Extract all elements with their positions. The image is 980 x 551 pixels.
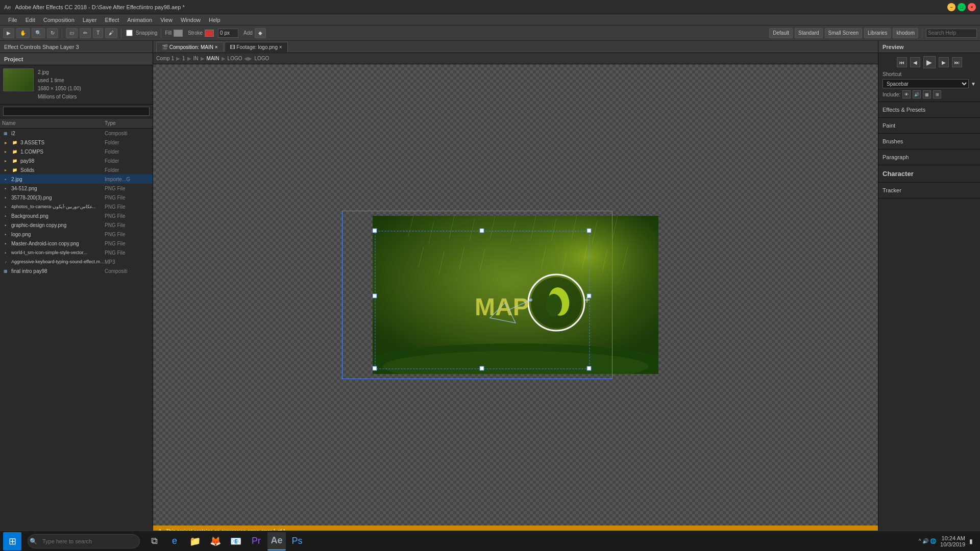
- svg-rect-37: [587, 294, 591, 298]
- stroke-width-input[interactable]: [218, 29, 238, 38]
- shortcut-select[interactable]: Spacebar: [883, 79, 969, 88]
- menu-help[interactable]: Help: [205, 14, 225, 26]
- transport-prev-frame[interactable]: ◀: [910, 57, 920, 67]
- close-button[interactable]: ×: [968, 3, 976, 11]
- include-audio[interactable]: 🔊: [913, 90, 921, 98]
- project-items-list: ▦ i2 Compositi ▸ 📁 3 ASSETS Folder ▸ 📁 1…: [0, 129, 153, 536]
- taskbar-aftereffects[interactable]: Ae: [267, 532, 286, 550]
- stroke-swatch[interactable]: [205, 30, 214, 37]
- project-search-input[interactable]: [3, 107, 150, 116]
- comp-icon: ▦: [2, 268, 9, 273]
- tab-composition-main[interactable]: 🎬 Composition: MAIN ×: [156, 42, 224, 52]
- project-item[interactable]: ▪ Master-Android-icon copy.png PNG File: [0, 239, 153, 248]
- libraries-button[interactable]: Libraries: [864, 28, 891, 38]
- menu-layer[interactable]: Layer: [79, 14, 101, 26]
- taskbar-search-container: 🔍: [24, 534, 140, 548]
- search-help-input[interactable]: [926, 29, 977, 38]
- bc-main[interactable]: MAIN: [207, 56, 219, 61]
- mp3-icon: ♪: [2, 259, 9, 264]
- tool-zoom[interactable]: 🔍: [32, 28, 45, 38]
- tracker-item[interactable]: Tracker: [883, 186, 976, 195]
- workspace-small[interactable]: Small Screen: [825, 28, 862, 38]
- project-item[interactable]: ▪ 35778-200(3).png PNG File: [0, 193, 153, 202]
- bc-in[interactable]: IN: [193, 56, 199, 61]
- add-button[interactable]: ◆: [255, 28, 266, 38]
- paint-item[interactable]: Paint: [883, 121, 976, 130]
- tool-rotate[interactable]: ↻: [47, 28, 58, 38]
- include-overlay[interactable]: ▦: [923, 90, 931, 98]
- taskbar-firefox[interactable]: 🦊: [206, 532, 225, 550]
- png-icon: ▪: [2, 250, 9, 255]
- clock[interactable]: 10:24 AM 10/3/2019: [940, 535, 965, 547]
- project-item[interactable]: ▸ 📁 pay98 Folder: [0, 156, 153, 165]
- character-item[interactable]: Character: [883, 168, 976, 179]
- item-icon-folder: 📁: [11, 149, 18, 154]
- taskbar-premiere[interactable]: Pr: [247, 532, 265, 550]
- shortcut-text: Shortcut: [883, 71, 901, 77]
- taskbar-explorer[interactable]: 📁: [186, 532, 204, 550]
- taskbar-task-view[interactable]: ⧉: [145, 532, 163, 550]
- project-item[interactable]: ▦ final intro pay98 Compositi: [0, 266, 153, 276]
- bc-logo2[interactable]: LOGO: [254, 56, 269, 61]
- menu-window[interactable]: Window: [177, 14, 205, 26]
- include-video[interactable]: 👁: [902, 90, 911, 98]
- tool-rect[interactable]: ▭: [66, 28, 78, 38]
- start-button[interactable]: ⊞: [3, 532, 21, 550]
- transport-play[interactable]: ▶: [923, 56, 936, 68]
- png-icon: ▪: [2, 222, 9, 228]
- fill-swatch[interactable]: [174, 30, 183, 37]
- project-item[interactable]: ▦ i2 Compositi: [0, 129, 153, 138]
- taskbar-edge[interactable]: e: [165, 532, 184, 550]
- tray-icons[interactable]: ^ 🔊 🌐: [919, 538, 936, 544]
- maximize-button[interactable]: □: [958, 3, 966, 11]
- tab-comp-label: 🎬 Composition: MAIN ×: [162, 44, 218, 50]
- workspace-standard[interactable]: Standard: [795, 28, 823, 38]
- menu-composition[interactable]: Composition: [39, 14, 79, 26]
- col-name-header: Name: [2, 120, 105, 126]
- tool-pen[interactable]: ✏: [80, 28, 91, 38]
- include-controls[interactable]: ⊞: [933, 90, 941, 98]
- user-button[interactable]: khodom: [893, 28, 918, 38]
- project-item[interactable]: ▪ world-t_sm-icon-simple-style-vector...…: [0, 248, 153, 257]
- paragraph-section: Paragraph: [878, 149, 980, 165]
- paragraph-item[interactable]: Paragraph: [883, 153, 976, 162]
- transport-last[interactable]: ⏭: [952, 57, 962, 67]
- transport-first[interactable]: ⏮: [897, 57, 907, 67]
- menu-edit[interactable]: Edit: [21, 14, 39, 26]
- project-item[interactable]: ▪ 34-512.png PNG File: [0, 184, 153, 193]
- tool-hand[interactable]: ✋: [16, 28, 30, 38]
- tool-text[interactable]: T: [93, 28, 103, 38]
- right-panel: Preview ⏮ ◀ ▶ ▶ ⏭ Shortcut Spacebar ▼: [878, 41, 980, 551]
- bc-num[interactable]: 1: [182, 56, 185, 61]
- project-item[interactable]: ▸ 📁 1.COMPS Folder: [0, 147, 153, 156]
- tab-footage-logo[interactable]: 🎞 Footage: logo.png ×: [225, 42, 288, 52]
- folder-icon: ▸: [2, 149, 9, 154]
- project-item[interactable]: ▪ logo.png PNG File: [0, 230, 153, 239]
- project-item[interactable]: ▪ 4photos_to-camera-عکاس-دوربین-آیکون...…: [0, 202, 153, 211]
- project-item[interactable]: ♪ Aggressive-keyboard-typing-sound-effec…: [0, 257, 153, 266]
- project-item[interactable]: ▪ graphic-design copy.png PNG File: [0, 220, 153, 230]
- taskbar-mail[interactable]: 📧: [227, 532, 245, 550]
- menu-view[interactable]: View: [156, 14, 177, 26]
- snapping-checkbox[interactable]: [126, 30, 133, 36]
- transport-next-frame[interactable]: ▶: [939, 57, 949, 67]
- project-item-selected[interactable]: ▪ 2.jpg Importe...G: [0, 174, 153, 184]
- taskbar-search-input[interactable]: [28, 534, 140, 548]
- menu-animation[interactable]: Animation: [123, 14, 156, 26]
- minimize-button[interactable]: −: [947, 3, 955, 11]
- menu-file[interactable]: File: [4, 14, 21, 26]
- tool-brush[interactable]: 🖌: [105, 28, 117, 38]
- brushes-item[interactable]: Brushes: [883, 137, 976, 146]
- project-item[interactable]: ▸ 📁 3 ASSETS Folder: [0, 138, 153, 147]
- project-item[interactable]: ▪ Background.png PNG File: [0, 211, 153, 220]
- taskbar-photoshop[interactable]: Ps: [288, 532, 306, 550]
- tool-select[interactable]: ▶: [3, 28, 14, 38]
- bc-logo1[interactable]: LOGO: [228, 56, 242, 61]
- project-item[interactable]: ▸ 📁 Solids Folder: [0, 165, 153, 174]
- composition-canvas[interactable]: MAP: [373, 216, 658, 374]
- workspace-default[interactable]: Default: [769, 28, 793, 38]
- show-desktop[interactable]: ▮: [969, 538, 973, 545]
- effects-presets-item[interactable]: Effects & Presets: [883, 105, 976, 114]
- bc-comp1[interactable]: Comp 1: [156, 56, 174, 61]
- menu-effect[interactable]: Effect: [101, 14, 123, 26]
